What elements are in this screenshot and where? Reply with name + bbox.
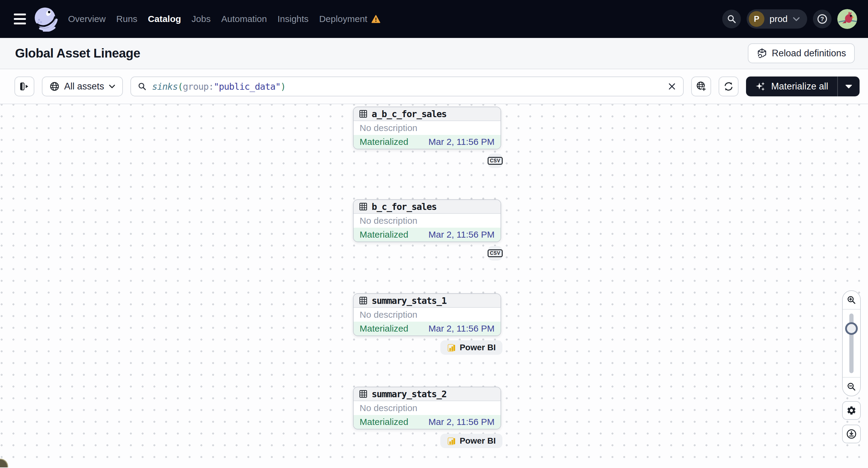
caret-down-icon bbox=[845, 85, 852, 89]
query-open-paren: ( bbox=[178, 81, 183, 92]
asset-name: a_b_c_for_sales bbox=[372, 109, 446, 119]
query-value: "public_data" bbox=[214, 81, 280, 92]
materialize-all-button[interactable]: Materialize all bbox=[746, 76, 837, 96]
open-side-panel-button[interactable] bbox=[14, 76, 34, 96]
asset-node-header: summary_stats_1 bbox=[353, 294, 501, 308]
table-icon bbox=[359, 297, 367, 305]
graph-settings-button[interactable] bbox=[842, 401, 861, 420]
query-colon: : bbox=[209, 81, 214, 92]
environment-name: prod bbox=[770, 14, 787, 24]
zoom-in-button[interactable] bbox=[843, 291, 860, 310]
asset-node-header: a_b_c_for_sales bbox=[353, 107, 501, 121]
kind-tag-powerbi[interactable]: Power BI bbox=[440, 434, 502, 448]
environment-switcher[interactable]: P prod bbox=[747, 9, 807, 29]
add-to-selection-button[interactable] bbox=[691, 76, 711, 96]
reload-definitions-label: Reload definitions bbox=[772, 48, 846, 59]
status-badge: Materialized bbox=[360, 137, 408, 147]
help-button[interactable]: ? bbox=[813, 10, 832, 28]
nav-item-automation[interactable]: Automation bbox=[221, 14, 267, 24]
question-icon: ? bbox=[817, 13, 828, 24]
materialization-timestamp[interactable]: Mar 2, 11:56 PM bbox=[428, 323, 495, 334]
reload-definitions-button[interactable]: Reload definitions bbox=[748, 43, 855, 63]
kind-tag-csv[interactable]: CSV bbox=[488, 246, 502, 260]
nav-right-cluster: P prod ? bbox=[722, 9, 857, 29]
materialize-options-button[interactable] bbox=[838, 76, 860, 96]
materialization-timestamp[interactable]: Mar 2, 11:56 PM bbox=[428, 229, 495, 240]
refresh-icon bbox=[723, 81, 734, 92]
user-avatar[interactable] bbox=[837, 9, 857, 29]
materialize-all-label: Materialize all bbox=[771, 81, 828, 92]
kind-tag-csv[interactable]: CSV bbox=[488, 154, 502, 168]
lineage-toolbar: All assets sinks(group:"public_data") bbox=[0, 69, 868, 104]
asset-node-header: b_c_for_sales bbox=[353, 200, 501, 214]
powerbi-label: Power BI bbox=[460, 436, 496, 446]
asset-name: summary_stats_1 bbox=[372, 295, 446, 306]
zoom-in-icon bbox=[847, 295, 856, 305]
nav-item-runs[interactable]: Runs bbox=[116, 14, 137, 24]
asset-scope-dropdown[interactable]: All assets bbox=[42, 76, 123, 96]
globe-icon bbox=[50, 81, 60, 92]
powerbi-icon bbox=[447, 436, 456, 445]
nav-item-overview[interactable]: Overview bbox=[68, 14, 106, 24]
asset-node-summary_stats_1[interactable]: summary_stats_1 No description Materiali… bbox=[353, 293, 501, 336]
globe-plus-icon bbox=[696, 81, 707, 92]
nav-item-jobs[interactable]: Jobs bbox=[191, 14, 211, 24]
environment-avatar: P bbox=[749, 11, 765, 27]
gear-icon bbox=[846, 405, 857, 415]
status-badge: Materialized bbox=[360, 229, 408, 240]
asset-scope-label: All assets bbox=[64, 81, 104, 92]
download-icon bbox=[846, 429, 857, 439]
zoom-slider-thumb[interactable] bbox=[845, 322, 858, 335]
top-nav: Overview Runs Catalog Jobs Automation In… bbox=[0, 0, 868, 38]
query-function: sinks bbox=[152, 81, 178, 92]
cardinal-avatar-image bbox=[837, 9, 857, 29]
asset-name: summary_stats_2 bbox=[372, 389, 446, 399]
download-graph-button[interactable] bbox=[842, 425, 861, 443]
asset-node-summary_stats_2[interactable]: summary_stats_2 No description Materiali… bbox=[353, 387, 501, 430]
global-search-button[interactable] bbox=[722, 10, 741, 28]
svg-text:?: ? bbox=[820, 15, 824, 22]
asset-description: No description bbox=[353, 214, 501, 228]
hamburger-menu-icon[interactable] bbox=[14, 13, 26, 24]
panel-toggle-icon bbox=[19, 81, 30, 92]
materialization-timestamp[interactable]: Mar 2, 11:56 PM bbox=[428, 417, 495, 427]
sparkles-icon bbox=[755, 81, 766, 92]
reload-cube-icon bbox=[756, 48, 767, 59]
asset-status-bar: Materialized Mar 2, 11:56 PM bbox=[353, 135, 501, 149]
page-header: Global Asset Lineage Reload definitions bbox=[0, 38, 868, 69]
zoom-slider[interactable] bbox=[843, 310, 860, 377]
asset-query-text: sinks(group:"public_data") bbox=[152, 81, 662, 92]
table-icon bbox=[359, 390, 367, 398]
asset-description: No description bbox=[353, 121, 501, 135]
primary-nav: Overview Runs Catalog Jobs Automation In… bbox=[68, 14, 380, 24]
warning-icon bbox=[371, 15, 380, 23]
table-icon bbox=[359, 202, 367, 211]
zoom-out-button[interactable] bbox=[843, 377, 860, 396]
search-icon bbox=[727, 14, 736, 24]
asset-node-header: summary_stats_2 bbox=[353, 387, 501, 401]
asset-description: No description bbox=[353, 308, 501, 322]
asset-status-bar: Materialized Mar 2, 11:56 PM bbox=[353, 228, 501, 242]
csv-badge: CSV bbox=[488, 157, 503, 165]
materialization-timestamp[interactable]: Mar 2, 11:56 PM bbox=[428, 137, 495, 147]
dagster-logo bbox=[33, 6, 58, 32]
close-icon bbox=[668, 82, 677, 91]
nav-item-deployment[interactable]: Deployment bbox=[319, 14, 380, 24]
lineage-canvas[interactable]: a_b_c_for_sales No description Materiali… bbox=[0, 104, 868, 467]
asset-description: No description bbox=[353, 401, 501, 415]
clear-query-button[interactable] bbox=[668, 82, 677, 91]
table-icon bbox=[359, 110, 367, 118]
minimap[interactable] bbox=[0, 459, 8, 467]
nav-item-insights[interactable]: Insights bbox=[277, 14, 308, 24]
asset-node-a_b_c_for_sales[interactable]: a_b_c_for_sales No description Materiali… bbox=[353, 106, 501, 149]
powerbi-icon bbox=[447, 343, 456, 352]
refresh-graph-button[interactable] bbox=[719, 76, 739, 96]
query-close-paren: ) bbox=[280, 81, 285, 92]
nav-item-catalog[interactable]: Catalog bbox=[148, 14, 181, 24]
status-badge: Materialized bbox=[360, 417, 408, 427]
asset-name: b_c_for_sales bbox=[372, 201, 436, 212]
asset-query-input[interactable]: sinks(group:"public_data") bbox=[130, 76, 684, 96]
asset-node-b_c_for_sales[interactable]: b_c_for_sales No description Materialize… bbox=[353, 199, 501, 242]
asset-status-bar: Materialized Mar 2, 11:56 PM bbox=[353, 322, 501, 336]
kind-tag-powerbi[interactable]: Power BI bbox=[440, 340, 502, 355]
